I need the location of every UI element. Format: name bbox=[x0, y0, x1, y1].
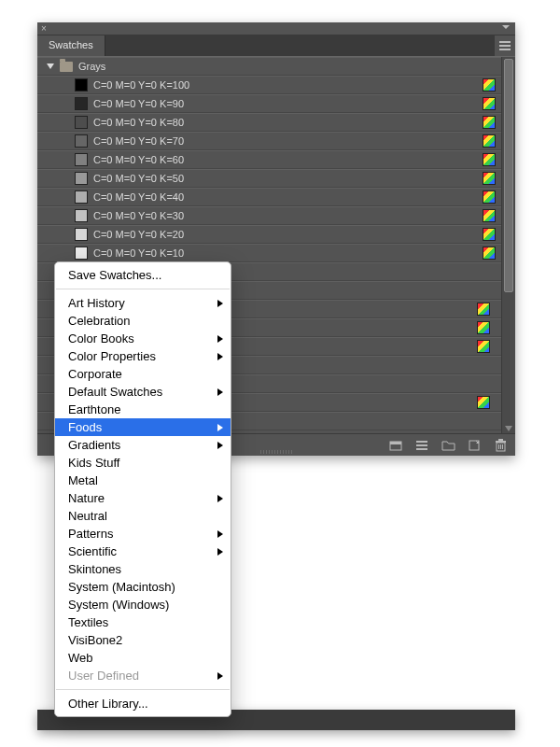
swatch-row[interactable]: C=0 M=0 Y=0 K=30 bbox=[37, 206, 501, 225]
menu-item-corporate[interactable]: Corporate bbox=[55, 365, 231, 383]
menu-item-gradients[interactable]: Gradients bbox=[55, 436, 231, 454]
swatch-row[interactable]: C=0 M=0 Y=0 K=90 bbox=[37, 94, 501, 113]
color-mode-icon bbox=[483, 190, 496, 204]
swatch-chip bbox=[75, 172, 88, 185]
swatch-label: C=0 M=0 Y=0 K=90 bbox=[93, 98, 477, 109]
menu-item-nature[interactable]: Nature bbox=[55, 489, 231, 507]
menu-item-foods[interactable]: Foods bbox=[55, 418, 231, 436]
menu-item-label: Web bbox=[68, 651, 93, 665]
menu-separator bbox=[56, 689, 230, 690]
menu-item-label: Patterns bbox=[68, 527, 113, 541]
swatch-row[interactable]: C=0 M=0 Y=0 K=80 bbox=[37, 113, 501, 132]
close-icon[interactable]: × bbox=[41, 23, 47, 35]
collapse-icon[interactable] bbox=[502, 25, 511, 31]
color-mode-icon bbox=[483, 247, 496, 260]
svg-rect-8 bbox=[498, 439, 503, 441]
menu-item-label: User Defined bbox=[68, 669, 139, 683]
menu-item-other-library[interactable]: Other Library... bbox=[55, 695, 231, 712]
swatch-row[interactable]: C=0 M=0 Y=0 K=40 bbox=[37, 188, 501, 206]
menu-item-label: Foods bbox=[68, 420, 102, 434]
submenu-arrow-icon bbox=[217, 353, 223, 360]
menu-item-metal[interactable]: Metal bbox=[55, 472, 231, 489]
menu-item-system-macintosh[interactable]: System (Macintosh) bbox=[55, 578, 231, 596]
show-kinds-menu-icon[interactable] bbox=[414, 438, 429, 453]
menu-item-textiles[interactable]: Textiles bbox=[55, 613, 231, 631]
new-swatch-icon[interactable] bbox=[467, 438, 482, 453]
menu-item-label: Scientific bbox=[68, 544, 117, 558]
menu-item-label: Kids Stuff bbox=[68, 456, 119, 470]
menu-item-neutral[interactable]: Neutral bbox=[55, 507, 231, 525]
panel-titlebar[interactable]: × bbox=[37, 22, 515, 35]
swatch-libraries-icon[interactable] bbox=[388, 438, 403, 453]
svg-rect-3 bbox=[416, 444, 427, 446]
swatch-row[interactable]: C=0 M=0 Y=0 K=10 bbox=[37, 244, 501, 262]
menu-item-label: Nature bbox=[68, 491, 105, 505]
menu-item-color-books[interactable]: Color Books bbox=[55, 330, 231, 347]
svg-rect-4 bbox=[416, 448, 427, 450]
swatch-row[interactable]: C=0 M=0 Y=0 K=100 bbox=[37, 76, 501, 94]
menu-item-label: Gradients bbox=[68, 438, 120, 452]
new-color-group-icon[interactable] bbox=[441, 438, 455, 453]
swatch-row[interactable]: C=0 M=0 Y=0 K=50 bbox=[37, 169, 501, 188]
menu-item-web[interactable]: Web bbox=[55, 649, 231, 667]
menu-item-system-windows[interactable]: System (Windows) bbox=[55, 596, 231, 613]
resize-grip-icon[interactable] bbox=[260, 450, 292, 454]
menu-item-kids-stuff[interactable]: Kids Stuff bbox=[55, 454, 231, 472]
folder-icon bbox=[60, 62, 73, 72]
panel-tabbar: Swatches bbox=[37, 35, 515, 56]
menu-item-label: Skintones bbox=[68, 562, 121, 576]
swatch-chip bbox=[75, 153, 88, 166]
color-mode-icon bbox=[483, 134, 496, 148]
menu-item-skintones[interactable]: Skintones bbox=[55, 560, 231, 578]
menu-item-celebration[interactable]: Celebration bbox=[55, 312, 231, 330]
menu-item-label: VisiBone2 bbox=[68, 633, 122, 647]
disclosure-triangle-icon[interactable] bbox=[47, 63, 54, 69]
color-mode-icon bbox=[483, 153, 496, 166]
menu-item-label: Neutral bbox=[68, 509, 107, 523]
svg-rect-2 bbox=[416, 441, 427, 443]
menu-item-save-swatches[interactable]: Save Swatches... bbox=[55, 266, 231, 284]
menu-item-patterns[interactable]: Patterns bbox=[55, 525, 231, 543]
swatch-chip bbox=[75, 190, 88, 204]
menu-item-label: Color Books bbox=[68, 331, 134, 345]
swatch-row[interactable]: C=0 M=0 Y=0 K=20 bbox=[37, 225, 501, 244]
swatch-group-label: Grays bbox=[78, 61, 105, 72]
color-mode-icon bbox=[477, 396, 490, 409]
swatch-group-row[interactable]: Grays bbox=[37, 57, 501, 76]
menu-item-user-defined: User Defined bbox=[55, 667, 231, 684]
menu-item-default-swatches[interactable]: Default Swatches bbox=[55, 383, 231, 401]
menu-item-label: Celebration bbox=[68, 314, 131, 328]
swatch-row[interactable]: C=0 M=0 Y=0 K=70 bbox=[37, 132, 501, 150]
color-mode-icon bbox=[477, 321, 490, 334]
menu-item-color-properties[interactable]: Color Properties bbox=[55, 347, 231, 365]
submenu-arrow-icon bbox=[217, 672, 223, 680]
swatch-row[interactable]: C=0 M=0 Y=0 K=60 bbox=[37, 150, 501, 169]
scroll-thumb[interactable] bbox=[504, 59, 513, 292]
svg-rect-1 bbox=[390, 442, 401, 444]
swatch-library-menu: Save Swatches... Art HistoryCelebrationC… bbox=[54, 261, 231, 717]
submenu-arrow-icon bbox=[217, 495, 223, 502]
vertical-scrollbar[interactable] bbox=[501, 57, 515, 433]
tab-swatches[interactable]: Swatches bbox=[37, 35, 105, 56]
swatch-label: C=0 M=0 Y=0 K=40 bbox=[93, 191, 477, 203]
swatch-label: C=0 M=0 Y=0 K=60 bbox=[93, 154, 477, 165]
submenu-arrow-icon bbox=[217, 548, 223, 556]
menu-item-scientific[interactable]: Scientific bbox=[55, 543, 231, 560]
panel-menu-button[interactable] bbox=[495, 35, 515, 56]
color-mode-icon bbox=[483, 97, 496, 110]
menu-item-label: Default Swatches bbox=[68, 385, 162, 399]
menu-item-earthtone[interactable]: Earthtone bbox=[55, 401, 231, 418]
menu-item-label: Corporate bbox=[68, 367, 122, 381]
menu-item-art-history[interactable]: Art History bbox=[55, 294, 231, 312]
swatch-chip bbox=[75, 116, 88, 129]
color-mode-icon bbox=[477, 340, 490, 353]
menu-item-label: Textiles bbox=[68, 615, 108, 629]
delete-swatch-icon[interactable] bbox=[493, 438, 508, 453]
menu-item-label: Earthtone bbox=[68, 402, 120, 416]
submenu-arrow-icon bbox=[217, 442, 223, 449]
menu-item-visibone2[interactable]: VisiBone2 bbox=[55, 631, 231, 649]
scroll-down-arrow-icon[interactable] bbox=[505, 426, 512, 431]
menu-item-label: System (Windows) bbox=[68, 598, 169, 612]
color-mode-icon bbox=[483, 209, 496, 222]
menu-item-label: Metal bbox=[68, 473, 98, 487]
